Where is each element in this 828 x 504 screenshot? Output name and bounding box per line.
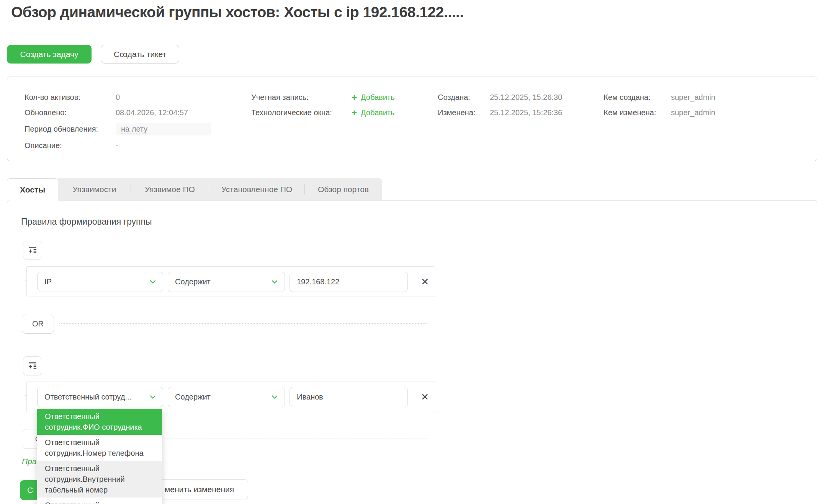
tech-windows-row: Технологические окна: + Добавить <box>251 108 394 118</box>
add-tech-window-label: Добавить <box>361 108 394 117</box>
assets-count-label: Кол-во активов: <box>25 93 116 102</box>
refresh-period-label: Период обновления: <box>25 125 116 134</box>
rules-notice-text: Пра <box>22 457 37 466</box>
discard-changes-button[interactable]: менить изменения <box>151 479 248 499</box>
rules-heading: Правила формирования группы <box>21 217 152 227</box>
assets-count-value: 0 <box>116 93 120 102</box>
tab-vulnerabilities[interactable]: Уязвимости <box>58 178 131 200</box>
rule-1-operator-value: Содержит <box>175 277 211 286</box>
create-ticket-label: Создать тикет <box>114 50 166 59</box>
modified-by-row: Кем изменена: super_admin <box>604 108 715 118</box>
description-row: Описание: - <box>25 140 211 151</box>
tab-strip: Уязвимости Уязвимое ПО Установленное ПО … <box>58 178 382 200</box>
chevron-down-icon <box>271 278 278 285</box>
updated-row: Обновлено: 08.04.2026, 12:04:57 <box>25 108 211 118</box>
tab-installed-software[interactable]: Установленное ПО <box>209 178 304 200</box>
add-rule-to-group-2-button[interactable] <box>23 356 42 375</box>
add-subrule-icon <box>28 361 38 371</box>
create-task-label: Создать задачу <box>20 50 79 59</box>
refresh-period-row: Период обновления: на лету <box>25 123 211 135</box>
or-divider-dotted-line <box>59 323 427 324</box>
updated-value: 08.04.2026, 12:04:57 <box>116 108 188 117</box>
or-divider-label: OR <box>32 320 44 328</box>
rule-2-field-select[interactable]: Ответственный сотруд... <box>37 387 163 407</box>
modified-by-value: super_admin <box>671 108 715 117</box>
add-account-label: Добавить <box>361 93 394 102</box>
discard-changes-label: менить изменения <box>165 485 234 494</box>
updated-label: Обновлено: <box>25 108 116 117</box>
save-rules-label: С <box>27 486 33 495</box>
plus-icon: + <box>352 94 357 101</box>
refresh-period-field[interactable]: на лету <box>116 123 211 135</box>
created-by-row: Кем создана: super_admin <box>604 92 715 103</box>
option-partial[interactable]: Ответственный <box>37 497 162 504</box>
rule-2-operator-value: Содержит <box>175 393 211 401</box>
tab-vulnerable-software-label: Уязвимое ПО <box>145 185 195 194</box>
account-row: Учетная запись: + Добавить <box>251 92 394 103</box>
assets-count-row: Кол-во активов: 0 <box>25 92 211 103</box>
chevron-down-icon <box>271 393 278 401</box>
remove-rule-1-icon[interactable]: ✕ <box>421 276 429 287</box>
rule-2-operator-select[interactable]: Содержит <box>168 387 285 407</box>
chevron-down-icon <box>149 278 157 285</box>
add-rule-to-group-1-button[interactable] <box>23 241 42 260</box>
created-row: Создана: 25.12.2025, 15:26:30 <box>438 92 562 103</box>
tab-vulnerabilities-label: Уязвимости <box>73 185 116 194</box>
rule-row-2: Ответственный сотруд... Содержит ✕ <box>26 382 435 412</box>
add-tech-window-link[interactable]: + Добавить <box>352 108 394 117</box>
modified-by-label: Кем изменена: <box>604 108 671 117</box>
summary-column-links: Учетная запись: + Добавить Технологическ… <box>251 92 394 118</box>
create-task-button[interactable]: Создать задачу <box>7 45 92 64</box>
rule-1-field-value: IP <box>44 277 52 286</box>
plus-icon: + <box>352 109 357 117</box>
rule-1-value-input[interactable] <box>290 272 408 292</box>
chevron-down-icon <box>149 393 157 401</box>
modified-label: Изменена: <box>438 108 490 117</box>
option-fio-sotrudnika[interactable]: Ответственный сотрудник.ФИО сотрудника <box>37 409 162 435</box>
page-title: Обзор динамической группы хостов: Хосты … <box>11 4 464 21</box>
summary-column-general: Кол-во активов: 0 Обновлено: 08.04.2026,… <box>25 92 211 151</box>
add-subrule-icon <box>28 245 38 255</box>
rule-2-value-input[interactable] <box>290 387 408 407</box>
description-value: - <box>116 141 118 150</box>
rule-2-field-value: Ответственный сотруд... <box>44 393 131 401</box>
option-tabelny-nomer[interactable]: Ответственный сотрудник.Внутренний табел… <box>37 461 162 497</box>
created-label: Создана: <box>438 93 490 102</box>
modified-value: 25.12.2025, 15:26:36 <box>490 108 562 117</box>
create-ticket-button[interactable]: Создать тикет <box>101 45 179 64</box>
tab-vulnerable-software[interactable]: Уязвимое ПО <box>131 178 209 200</box>
summary-column-dates: Создана: 25.12.2025, 15:26:30 Изменена: … <box>438 92 562 118</box>
rule-1-operator-select[interactable]: Содержит <box>168 272 285 292</box>
or-divider-button[interactable]: OR <box>22 314 54 334</box>
rule-1-field-select[interactable]: IP <box>37 272 163 292</box>
field-options-dropdown: Ответственный сотрудник.ФИО сотрудника О… <box>37 409 162 504</box>
refresh-period-value: на лету <box>121 125 147 134</box>
tab-ports-overview[interactable]: Обзор портов <box>305 178 382 200</box>
tab-hosts[interactable]: Хосты <box>7 178 58 201</box>
group-summary-panel: Кол-во активов: 0 Обновлено: 08.04.2026,… <box>7 77 817 161</box>
modified-row: Изменена: 25.12.2025, 15:26:36 <box>438 108 562 118</box>
remove-rule-2-icon[interactable]: ✕ <box>421 391 429 403</box>
option-nomer-telefona[interactable]: Ответственный сотрудник.Номер телефона <box>37 435 162 461</box>
created-value: 25.12.2025, 15:26:30 <box>490 93 562 102</box>
summary-column-users: Кем создана: super_admin Кем изменена: s… <box>604 92 715 118</box>
tab-installed-software-label: Установленное ПО <box>221 185 292 194</box>
account-label: Учетная запись: <box>251 93 352 102</box>
description-label: Описание: <box>25 141 116 150</box>
tab-hosts-label: Хосты <box>20 185 45 194</box>
created-by-label: Кем создана: <box>604 93 671 102</box>
add-account-link[interactable]: + Добавить <box>352 93 394 102</box>
tech-windows-label: Технологические окна: <box>251 108 352 117</box>
tab-ports-overview-label: Обзор портов <box>318 185 369 194</box>
created-by-value: super_admin <box>671 93 715 102</box>
rule-row-1: IP Содержит ✕ <box>26 266 435 297</box>
